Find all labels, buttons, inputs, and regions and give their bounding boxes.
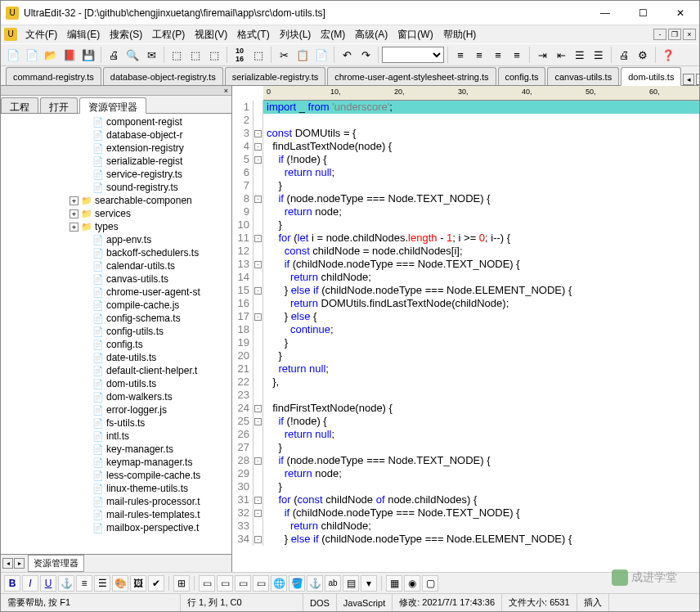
tree-file[interactable]: 📄chrome-user-agent-st — [1, 286, 231, 299]
minimize-button[interactable]: — — [586, 1, 624, 25]
tree-file[interactable]: 📄dom-utils.ts — [1, 377, 231, 390]
code-area[interactable]: 1import _ from 'underscore';23-const DOM… — [232, 101, 699, 572]
tree-file[interactable]: 📄service-registry.ts — [1, 168, 231, 181]
panel-tab-project[interactable]: 工程 — [1, 97, 38, 113]
tool3-button[interactable]: ⬚ — [205, 46, 223, 64]
mdi-restore-button[interactable]: ❐ — [668, 29, 681, 40]
code-line[interactable]: 7 } — [232, 179, 699, 192]
menu-help[interactable]: 帮助(H) — [438, 26, 482, 43]
panelnav-right[interactable]: ▸ — [14, 558, 25, 569]
search-combo[interactable] — [382, 47, 444, 63]
tree-file[interactable]: 📄fs-utils.ts — [1, 416, 231, 430]
open-button[interactable]: 📂 — [42, 46, 60, 64]
code-line[interactable]: 26 return null; — [232, 428, 699, 441]
numlist-button[interactable]: ☰ — [94, 575, 110, 592]
menu-search[interactable]: 搜索(S) — [105, 26, 147, 43]
file-tab[interactable]: serializable-registry.ts — [225, 67, 326, 85]
cut-button[interactable]: ✂ — [275, 46, 293, 64]
tool-down[interactable]: ▾ — [361, 575, 377, 592]
mdi-close-button[interactable]: × — [683, 29, 696, 40]
code-line[interactable]: 30 } — [232, 480, 699, 493]
file-tab[interactable]: database-object-registry.ts — [103, 67, 223, 85]
preview-button[interactable]: 🔍 — [123, 46, 141, 64]
save-button[interactable]: 💾 — [79, 46, 97, 64]
code-line[interactable]: 3-const DOMUtils = { — [232, 127, 699, 140]
underline-button[interactable]: U — [40, 575, 56, 592]
menu-window[interactable]: 窗口(W) — [393, 26, 438, 43]
undo-button[interactable]: ↶ — [338, 46, 356, 64]
comment-button[interactable]: ☰ — [571, 46, 589, 64]
code-line[interactable]: 9 return node; — [232, 205, 699, 218]
tree-file[interactable]: 📄linux-theme-utils.ts — [1, 482, 231, 495]
help-button[interactable]: ❓ — [659, 46, 677, 64]
code-line[interactable]: 34- } else if (childNode.nodeType === No… — [232, 533, 699, 546]
code-line[interactable]: 16 return DOMUtils.findLastTextNode(chil… — [232, 297, 699, 310]
tree-file[interactable]: 📄key-manager.ts — [1, 443, 231, 456]
code-line[interactable]: 20 } — [232, 349, 699, 362]
tree-file[interactable]: 📄intl.ts — [1, 430, 231, 443]
tree-file[interactable]: 📄mail-rules-templates.t — [1, 508, 231, 521]
tree-folder[interactable]: +📁searchable-componen — [1, 194, 231, 207]
win-button[interactable]: ⊞ — [173, 575, 190, 592]
code-line[interactable]: 8- if (node.nodeType === Node.TEXT_NODE)… — [232, 192, 699, 205]
menu-advanced[interactable]: 高级(A) — [350, 26, 393, 43]
tree-file[interactable]: 📄serializable-regist — [1, 155, 231, 168]
check-button[interactable]: ✔ — [148, 575, 164, 592]
code-line[interactable]: 14 return childNode; — [232, 271, 699, 284]
align1-button[interactable]: ≡ — [451, 46, 469, 64]
code-line[interactable]: 31- for (const childNode of node.childNo… — [232, 493, 699, 506]
tree-file[interactable]: 📄date-utils.ts — [1, 351, 231, 364]
redo-button[interactable]: ↷ — [357, 46, 375, 64]
menu-view[interactable]: 视图(V) — [190, 26, 232, 43]
code-line[interactable]: 21 return null; — [232, 362, 699, 376]
close-file-button[interactable]: 📕 — [61, 46, 79, 64]
align4-button[interactable]: ≡ — [508, 46, 526, 64]
code-line[interactable]: 24- findFirstTextNode(node) { — [232, 402, 699, 415]
code-line[interactable]: 19 } — [232, 336, 699, 349]
indent-button[interactable]: ⇥ — [533, 46, 551, 64]
code-line[interactable]: 12 const childNode = node.childNodes[i]; — [232, 245, 699, 258]
tree-file[interactable]: 📄less-compile-cache.ts — [1, 469, 231, 482]
code-line[interactable]: 6 return null; — [232, 166, 699, 179]
code-line[interactable]: 5- if (!node) { — [232, 153, 699, 166]
code-line[interactable]: 29 return node; — [232, 467, 699, 480]
tool-c[interactable]: ▭ — [235, 575, 251, 592]
code-line[interactable]: 17- } else { — [232, 310, 699, 323]
print-button[interactable]: 🖨 — [105, 46, 123, 64]
copy-button[interactable]: 📋 — [294, 46, 312, 64]
tree-file[interactable]: 📄dom-walkers.ts — [1, 390, 231, 403]
tool-d[interactable]: ▭ — [253, 575, 269, 592]
code-line[interactable]: 22 }, — [232, 376, 699, 389]
maximize-button[interactable]: ☐ — [624, 1, 662, 25]
menu-macro[interactable]: 宏(M) — [316, 26, 350, 43]
image-button[interactable]: 🖼 — [130, 575, 146, 592]
tree-file[interactable]: 📄config-schema.ts — [1, 312, 231, 325]
menu-format[interactable]: 格式(T) — [232, 26, 274, 43]
tool-box[interactable]: ▢ — [422, 575, 438, 592]
bold-button[interactable]: B — [4, 575, 20, 592]
code-line[interactable]: 15- } else if (childNode.nodeType === No… — [232, 284, 699, 297]
mail-button[interactable]: ✉ — [142, 46, 160, 64]
tree-file[interactable]: 📄mail-rules-processor.t — [1, 495, 231, 508]
tree-file[interactable]: 📄canvas-utils.ts — [1, 272, 231, 286]
menu-file[interactable]: 文件(F) — [20, 26, 62, 43]
file-tab[interactable]: chrome-user-agent-stylesheet-string.ts — [327, 67, 496, 85]
code-line[interactable]: 13- if (childNode.nodeType === Node.TEXT… — [232, 258, 699, 271]
tree-file[interactable]: 📄extension-registry — [1, 142, 231, 155]
code-line[interactable]: 18 continue; — [232, 323, 699, 336]
file-tab[interactable]: canvas-utils.ts — [547, 67, 619, 85]
paint-button[interactable]: 🎨 — [112, 575, 128, 592]
tabscroll-right-button[interactable]: ▸ — [696, 74, 700, 85]
paste-button[interactable]: 📄 — [312, 46, 330, 64]
mdi-minimize-button[interactable]: - — [653, 29, 666, 40]
code-line[interactable]: 28- if (node.nodeType === Node.TEXT_NODE… — [232, 454, 699, 467]
file-tab[interactable]: command-registry.ts — [6, 67, 101, 85]
tree-file[interactable]: 📄default-client-helper.t — [1, 364, 231, 377]
file-tab[interactable]: config.ts — [498, 67, 546, 85]
tree-file[interactable]: 📄calendar-utils.ts — [1, 259, 231, 272]
tree-file[interactable]: 📄sound-registry.ts — [1, 181, 231, 194]
align2-button[interactable]: ≡ — [470, 46, 488, 64]
new2-button[interactable]: 📄 — [23, 46, 41, 64]
tool-grid[interactable]: ▦ — [386, 575, 402, 592]
list-button[interactable]: ≡ — [76, 575, 92, 592]
